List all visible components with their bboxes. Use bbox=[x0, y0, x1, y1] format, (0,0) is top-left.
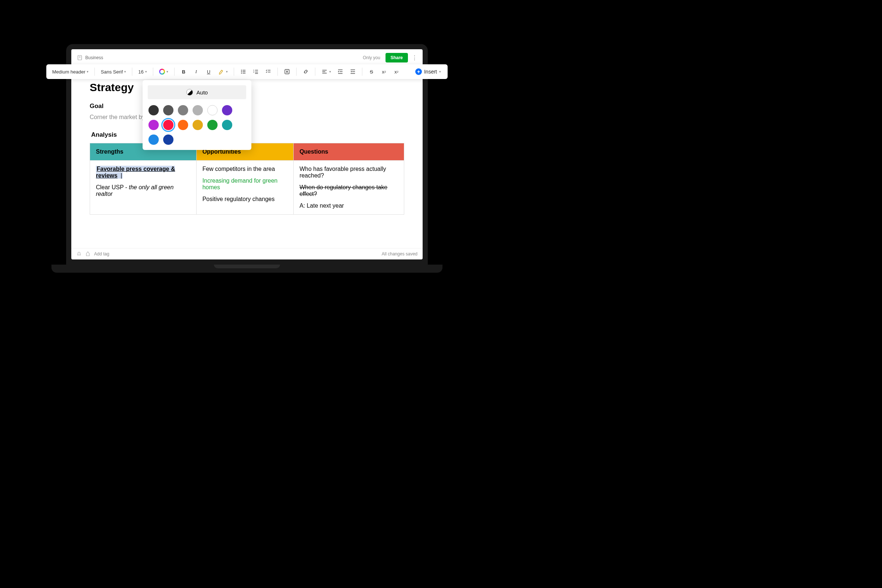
auto-label: Auto bbox=[196, 89, 208, 96]
superscript-icon: x2 bbox=[381, 68, 387, 75]
analysis-table[interactable]: Strengths Opportunities Questions Favora… bbox=[90, 143, 404, 214]
q-text-1[interactable]: Who has favorable press actually reached… bbox=[300, 166, 398, 179]
color-swatch[interactable] bbox=[207, 105, 218, 116]
color-swatch[interactable] bbox=[193, 120, 203, 130]
outdent-icon bbox=[350, 68, 356, 75]
subscript-icon: x2 bbox=[393, 68, 400, 75]
italic-button[interactable]: I bbox=[191, 67, 202, 76]
align-icon bbox=[321, 68, 328, 75]
text-cursor: | bbox=[118, 172, 123, 178]
numbered-list-icon: 12 bbox=[252, 68, 259, 75]
bold-button[interactable]: B bbox=[178, 67, 189, 76]
laptop-notch bbox=[214, 265, 280, 268]
color-swatch[interactable] bbox=[163, 120, 174, 130]
text-color-button[interactable]: ▾ bbox=[157, 67, 171, 76]
indent-button[interactable] bbox=[335, 67, 346, 76]
color-picker-popover[interactable]: Auto bbox=[142, 80, 251, 150]
font-size-select[interactable]: 16 ▾ bbox=[136, 68, 149, 76]
opp-text-1[interactable]: Few competitors in the area bbox=[202, 166, 287, 172]
chevron-down-icon: ▾ bbox=[145, 70, 147, 74]
visibility-label[interactable]: Only you bbox=[363, 55, 380, 60]
chevron-down-icon: ▾ bbox=[87, 70, 88, 74]
outdent-button[interactable] bbox=[347, 67, 358, 76]
clear-format-icon bbox=[284, 68, 290, 75]
text-color-icon bbox=[159, 69, 165, 75]
top-bar: Business Only you Share ⋮ bbox=[71, 49, 423, 66]
color-swatch[interactable] bbox=[222, 120, 232, 130]
svg-point-4 bbox=[241, 71, 242, 72]
table-row[interactable]: Favorable press coverage & reviews | Cle… bbox=[90, 160, 404, 214]
header-questions[interactable]: Questions bbox=[293, 143, 404, 160]
chevron-down-icon: ▾ bbox=[329, 70, 331, 74]
color-swatch[interactable] bbox=[148, 105, 159, 116]
color-swatch[interactable] bbox=[207, 120, 218, 130]
insert-button[interactable]: + Insert ▾ bbox=[412, 67, 444, 76]
checklist-button[interactable] bbox=[263, 67, 274, 76]
auto-color-button[interactable]: Auto bbox=[148, 85, 246, 99]
opp-text-3[interactable]: Positive regulatory changes bbox=[202, 196, 287, 202]
font-select[interactable]: Sans Serif ▾ bbox=[99, 68, 128, 76]
superscript-button[interactable]: x2 bbox=[378, 67, 390, 76]
notebook-icon bbox=[76, 54, 83, 61]
underline-button[interactable]: U bbox=[203, 67, 214, 76]
formatting-toolbar: Medium header ▾ Sans Serif ▾ 16 ▾ ▾ B I … bbox=[46, 64, 448, 79]
cell-questions[interactable]: Who has favorable press actually reached… bbox=[293, 160, 404, 214]
cell-strengths[interactable]: Favorable press coverage & reviews | Cle… bbox=[90, 160, 196, 214]
link-icon bbox=[303, 68, 309, 75]
chevron-down-icon: ▾ bbox=[166, 70, 168, 74]
font-size-label: 16 bbox=[138, 69, 143, 75]
heading-select[interactable]: Medium header ▾ bbox=[50, 68, 91, 76]
q-text-2[interactable]: When do regulatory changes take effect? bbox=[300, 184, 398, 197]
cell-opportunities[interactable]: Few competitors in the area Increasing d… bbox=[196, 160, 293, 214]
heading-label: Medium header bbox=[52, 69, 85, 75]
color-swatch[interactable] bbox=[148, 135, 159, 145]
reminder-icon[interactable] bbox=[76, 251, 82, 256]
selected-text[interactable]: Favorable press coverage & reviews bbox=[96, 166, 175, 178]
add-tag-button[interactable]: Add tag bbox=[94, 251, 109, 256]
clear-formatting-button[interactable] bbox=[282, 67, 292, 76]
more-menu-button[interactable]: ⋮ bbox=[412, 54, 417, 62]
color-swatch[interactable] bbox=[193, 105, 203, 116]
breadcrumb[interactable]: Business bbox=[76, 54, 103, 61]
indent-icon bbox=[337, 68, 344, 75]
color-swatch[interactable] bbox=[178, 120, 188, 130]
color-swatch[interactable] bbox=[148, 120, 159, 130]
chevron-down-icon: ▾ bbox=[226, 70, 228, 74]
info-icon[interactable] bbox=[85, 251, 90, 256]
color-swatches bbox=[148, 105, 246, 145]
save-status: All changes saved bbox=[382, 251, 417, 256]
link-button[interactable] bbox=[300, 67, 311, 76]
align-button[interactable]: ▾ bbox=[319, 67, 333, 76]
color-swatch[interactable] bbox=[222, 105, 232, 116]
strength-text[interactable]: Clear USP - bbox=[96, 184, 129, 190]
breadcrumb-label: Business bbox=[85, 55, 103, 60]
strikethrough-button[interactable]: S bbox=[366, 67, 377, 76]
plus-icon: + bbox=[415, 68, 422, 75]
checklist-icon bbox=[265, 68, 272, 75]
font-label: Sans Serif bbox=[101, 69, 123, 75]
color-swatch[interactable] bbox=[178, 105, 188, 116]
color-swatch[interactable] bbox=[163, 135, 174, 145]
share-button[interactable]: Share bbox=[386, 53, 408, 63]
svg-text:2: 2 bbox=[253, 71, 254, 73]
numbered-list-button[interactable]: 12 bbox=[250, 67, 261, 76]
color-swatch[interactable] bbox=[163, 105, 174, 116]
opp-text-2[interactable]: Increasing demand for green homes bbox=[202, 177, 287, 191]
insert-label: Insert bbox=[424, 69, 437, 75]
highlighter-icon bbox=[218, 68, 225, 75]
chevron-down-icon: ▾ bbox=[124, 70, 126, 74]
svg-point-3 bbox=[241, 70, 242, 70]
q-text-3[interactable]: A: Late next year bbox=[300, 202, 398, 209]
highlight-button[interactable]: ▾ bbox=[216, 67, 230, 76]
auto-color-icon bbox=[186, 89, 193, 96]
bullet-list-icon bbox=[240, 68, 247, 75]
bottom-bar: Add tag All changes saved bbox=[71, 248, 423, 260]
chevron-down-icon: ▾ bbox=[439, 70, 441, 74]
svg-point-5 bbox=[241, 73, 242, 74]
subscript-button[interactable]: x2 bbox=[391, 67, 402, 76]
bullet-list-button[interactable] bbox=[238, 67, 249, 76]
